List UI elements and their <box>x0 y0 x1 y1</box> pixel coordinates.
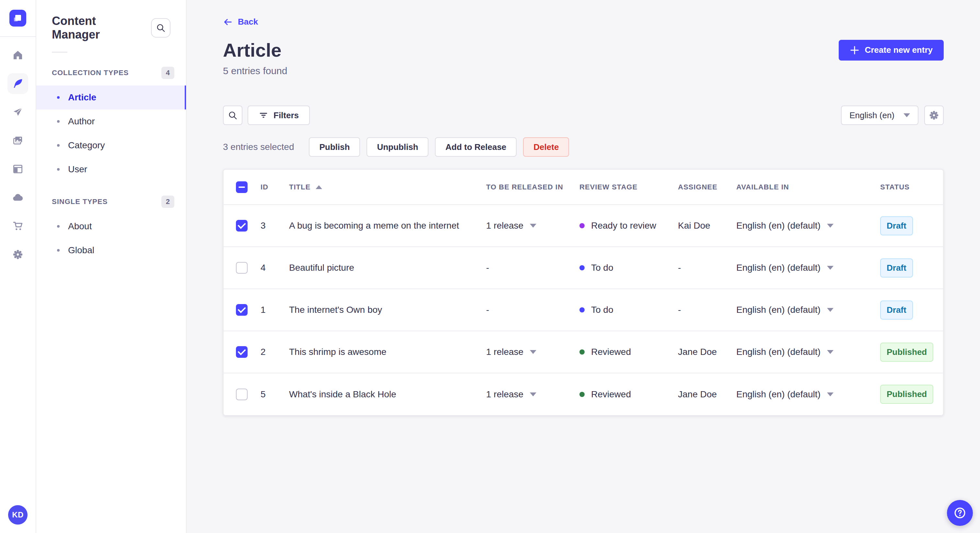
release-dropdown[interactable]: - <box>486 305 578 315</box>
chevron-down-icon <box>530 392 536 397</box>
media-library-icon[interactable] <box>8 130 28 151</box>
release-dropdown[interactable]: 1 release <box>486 220 578 231</box>
stage-dot <box>579 307 585 313</box>
column-header-title[interactable]: TITLE <box>288 170 485 205</box>
status-badge: Draft <box>880 300 913 320</box>
sidebar-item-global[interactable]: Global <box>36 238 186 262</box>
page-title: Article <box>223 40 287 60</box>
cell-release: 1 release <box>486 347 523 357</box>
table-row: 2 This shrimp is awesome 1 release Revie… <box>224 331 943 373</box>
review-stage-cell: Reviewed <box>579 389 677 400</box>
publish-button[interactable]: Publish <box>309 137 360 157</box>
subnav-divider <box>52 52 67 52</box>
add-to-release-button[interactable]: Add to Release <box>435 137 517 157</box>
locale-dropdown[interactable]: English (en) (default) <box>736 305 879 315</box>
cell-title: What's inside a Black Hole <box>288 373 485 415</box>
column-header-status[interactable]: STATUS <box>880 170 943 205</box>
back-link[interactable]: Back <box>223 17 258 27</box>
row-checkbox[interactable] <box>236 389 248 400</box>
paper-plane-icon[interactable] <box>8 102 28 122</box>
plus-icon <box>850 45 859 55</box>
cell-stage: To do <box>591 263 614 273</box>
create-new-entry-button[interactable]: Create new entry <box>839 40 944 60</box>
cell-locale: English (en) (default) <box>736 347 821 357</box>
section-label: COLLECTION TYPES <box>52 69 129 77</box>
column-header-release[interactable]: TO BE RELEASED IN <box>485 170 579 205</box>
select-all-checkbox[interactable] <box>236 181 248 193</box>
search-button[interactable] <box>223 106 242 125</box>
sidebar-item-user[interactable]: User <box>36 157 186 181</box>
home-icon[interactable] <box>8 45 28 65</box>
arrow-left-icon <box>223 17 233 27</box>
cell-title: A bug is becoming a meme on the internet <box>288 205 485 247</box>
sidebar-item-label: About <box>68 221 92 232</box>
sidebar-item-about[interactable]: About <box>36 214 186 238</box>
row-checkbox[interactable] <box>236 304 248 316</box>
release-dropdown[interactable]: 1 release <box>486 347 578 357</box>
column-header-review-stage[interactable]: REVIEW STAGE <box>579 170 677 205</box>
row-checkbox[interactable] <box>236 346 248 358</box>
subnav-title: Content Manager <box>52 14 145 41</box>
entries-table-card: ID TITLE TO BE RELEASED IN REVIEW STAGE … <box>223 169 944 416</box>
bullet-icon <box>57 120 60 123</box>
sidebar-item-label: User <box>68 164 87 174</box>
sidebar-item-label: Article <box>68 92 96 103</box>
column-header-available-in[interactable]: AVAILABLE IN <box>736 170 880 205</box>
filters-button[interactable]: Filters <box>248 106 310 125</box>
cell-id: 4 <box>260 247 288 289</box>
filter-icon <box>259 110 268 120</box>
gear-icon[interactable] <box>8 244 28 265</box>
search-button[interactable] <box>151 18 170 38</box>
row-checkbox[interactable] <box>236 262 248 274</box>
cart-icon[interactable] <box>8 216 28 236</box>
column-header-id[interactable]: ID <box>260 170 288 205</box>
main-nav-rail: KD <box>0 0 36 533</box>
feather-icon[interactable] <box>8 73 28 94</box>
status-badge: Draft <box>880 216 913 235</box>
release-dropdown[interactable]: 1 release <box>486 389 578 400</box>
cell-assignee: - <box>677 247 736 289</box>
table-header-row: ID TITLE TO BE RELEASED IN REVIEW STAGE … <box>224 170 943 205</box>
user-avatar[interactable]: KD <box>8 505 27 525</box>
cell-stage: Reviewed <box>591 389 631 400</box>
chevron-down-icon <box>530 224 536 228</box>
layout-icon[interactable] <box>8 159 28 179</box>
bullet-icon <box>57 144 60 147</box>
status-badge: Published <box>880 343 933 362</box>
list-toolbar: Filters English (en) <box>223 106 944 125</box>
cell-stage: To do <box>591 305 614 315</box>
column-header-assignee[interactable]: ASSIGNEE <box>677 170 736 205</box>
main-content: Back Article 5 entries found Create new … <box>187 0 980 533</box>
strapi-logo[interactable] <box>10 10 26 27</box>
list-settings-button[interactable] <box>924 106 944 125</box>
cell-assignee: Jane Doe <box>677 331 736 373</box>
sidebar-item-label: Category <box>68 140 105 151</box>
collection-types-section: COLLECTION TYPES 4 Article Author Catego… <box>36 67 186 181</box>
cell-title: The internet's Own boy <box>288 289 485 331</box>
cell-locale: English (en) (default) <box>736 220 821 231</box>
cell-assignee: Kai Doe <box>677 205 736 247</box>
bullet-icon <box>57 249 60 252</box>
review-stage-cell: Ready to review <box>579 220 677 231</box>
locale-dropdown[interactable]: English (en) (default) <box>736 263 879 273</box>
locale-dropdown[interactable]: English (en) (default) <box>736 347 879 357</box>
sidebar-item-label: Author <box>68 116 95 127</box>
cell-release: - <box>486 263 489 273</box>
sidebar-item-article[interactable]: Article <box>36 86 186 109</box>
table-row: 4 Beautiful picture - To do - English (e… <box>224 247 943 289</box>
release-dropdown[interactable]: - <box>486 263 578 273</box>
cell-locale: English (en) (default) <box>736 389 821 400</box>
row-checkbox[interactable] <box>236 220 248 232</box>
sidebar-item-author[interactable]: Author <box>36 109 186 133</box>
table-row: 3 A bug is becoming a meme on the intern… <box>224 205 943 247</box>
locale-dropdown[interactable]: English (en) (default) <box>736 220 879 231</box>
sidebar-item-category[interactable]: Category <box>36 133 186 157</box>
help-button[interactable] <box>947 500 973 526</box>
locale-dropdown[interactable]: English (en) (default) <box>736 389 879 400</box>
delete-button[interactable]: Delete <box>523 137 569 157</box>
locale-select[interactable]: English (en) <box>841 106 918 125</box>
cloud-icon[interactable] <box>8 187 28 208</box>
stage-dot <box>579 392 585 397</box>
section-count-badge: 2 <box>161 195 174 208</box>
unpublish-button[interactable]: Unpublish <box>366 137 428 157</box>
